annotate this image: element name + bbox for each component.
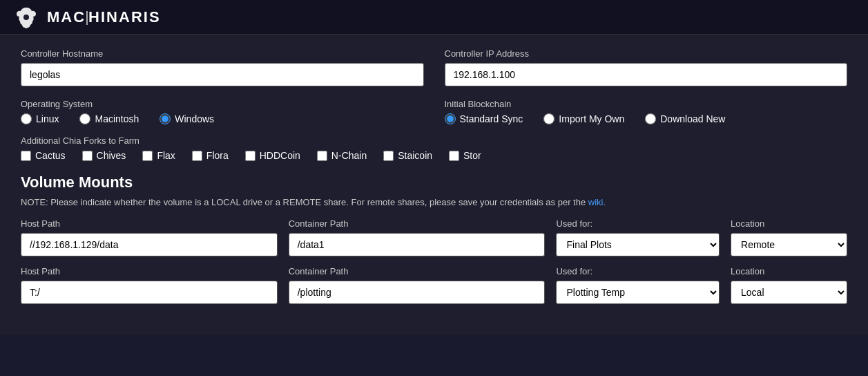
fork-flax-label: Flax xyxy=(157,150,175,161)
hostname-input[interactable] xyxy=(21,63,424,86)
fork-flora-checkbox[interactable] xyxy=(192,151,202,161)
volume-row-1: Host Path Container Path Used for: Final… xyxy=(21,218,847,256)
used-for-select-2[interactable]: Final Plots Plotting Temp Other xyxy=(556,281,720,304)
volume-row2-location-group: Location Remote Local xyxy=(731,266,847,304)
fork-cactus-checkbox[interactable] xyxy=(21,151,31,161)
os-linux-option[interactable]: Linux xyxy=(21,113,59,124)
controller-row: Controller Hostname Controller IP Addres… xyxy=(21,48,847,86)
note-text-before-link: NOTE: Please indicate whether the volume… xyxy=(21,197,588,207)
blockchain-download-radio[interactable] xyxy=(645,113,656,124)
container-path-label-1: Container Path xyxy=(289,218,546,229)
volume-row2-container-group: Container Path xyxy=(289,266,546,304)
blockchain-group: Initial Blockchain Standard Sync Import … xyxy=(445,99,848,124)
used-for-label-2: Used for: xyxy=(556,266,720,276)
fork-chives-option[interactable]: Chives xyxy=(82,150,126,161)
fork-nchain-option[interactable]: N-Chain xyxy=(317,150,367,161)
os-linux-radio[interactable] xyxy=(21,113,32,124)
volume-mounts-heading: Volume Mounts xyxy=(21,173,847,191)
blockchain-download-option[interactable]: Download New xyxy=(645,113,725,124)
blockchain-standard-radio[interactable] xyxy=(445,113,456,124)
fork-cactus-label: Cactus xyxy=(35,150,66,161)
forks-label: Additional Chia Forks to Farm xyxy=(21,135,847,146)
container-path-input-1[interactable] xyxy=(289,233,546,256)
fork-flax-checkbox[interactable] xyxy=(142,151,153,161)
main-content: Controller Hostname Controller IP Addres… xyxy=(0,35,868,335)
os-group: Operating System Linux Macintosh Windows xyxy=(21,99,424,124)
blockchain-import-label: Import My Own xyxy=(559,113,624,124)
fork-chives-label: Chives xyxy=(97,150,126,161)
os-windows-radio[interactable] xyxy=(160,113,171,124)
os-label: Operating System xyxy=(21,99,424,109)
hostname-field-group: Controller Hostname xyxy=(21,48,424,86)
used-for-select-1[interactable]: Final Plots Plotting Temp Other xyxy=(556,233,720,256)
volume-row1-usedfor-group: Used for: Final Plots Plotting Temp Othe… xyxy=(556,218,720,256)
blockchain-download-label: Download New xyxy=(660,113,725,124)
fork-stor-option[interactable]: Stor xyxy=(449,150,481,161)
ip-input[interactable] xyxy=(445,63,848,86)
fork-staicoin-option[interactable]: Staicoin xyxy=(383,150,432,161)
location-label-1: Location xyxy=(731,218,847,229)
fork-staicoin-checkbox[interactable] xyxy=(383,151,394,161)
blockchain-label: Initial Blockchain xyxy=(445,99,848,109)
host-path-label-2: Host Path xyxy=(21,266,278,276)
os-linux-label: Linux xyxy=(36,113,59,124)
ip-label: Controller IP Address xyxy=(445,48,848,59)
volume-row1-location-group: Location Remote Local xyxy=(731,218,847,256)
fork-hddcoin-checkbox[interactable] xyxy=(245,151,255,161)
location-select-2[interactable]: Remote Local xyxy=(731,281,847,304)
volume-mounts-note: NOTE: Please indicate whether the volume… xyxy=(21,197,847,207)
os-macintosh-radio[interactable] xyxy=(79,113,90,124)
forks-checkbox-group: Cactus Chives Flax Flora HDDCoin N-Chain… xyxy=(21,150,847,161)
fork-nchain-checkbox[interactable] xyxy=(317,151,327,161)
os-macintosh-option[interactable]: Macintosh xyxy=(79,113,139,124)
fork-flora-label: Flora xyxy=(206,150,229,161)
os-windows-label: Windows xyxy=(175,113,214,124)
os-macintosh-label: Macintosh xyxy=(95,113,139,124)
container-path-input-2[interactable] xyxy=(289,281,546,304)
fork-flax-option[interactable]: Flax xyxy=(142,150,175,161)
volume-row2-host-group: Host Path xyxy=(21,266,278,304)
volume-row2-usedfor-group: Used for: Final Plots Plotting Temp Othe… xyxy=(556,266,720,304)
os-radio-group: Linux Macintosh Windows xyxy=(21,113,424,124)
host-path-input-2[interactable] xyxy=(21,281,278,304)
blockchain-import-option[interactable]: Import My Own xyxy=(543,113,624,124)
app-header: MACHINARIS xyxy=(0,0,868,35)
used-for-label-1: Used for: xyxy=(556,218,720,229)
host-path-input-1[interactable] xyxy=(21,233,278,256)
location-label-2: Location xyxy=(731,266,847,276)
fork-stor-checkbox[interactable] xyxy=(449,151,459,161)
fork-cactus-option[interactable]: Cactus xyxy=(21,150,66,161)
hostname-label: Controller Hostname xyxy=(21,48,424,59)
volume-row1-host-group: Host Path xyxy=(21,218,278,256)
fork-chives-checkbox[interactable] xyxy=(82,151,93,161)
blockchain-standard-option[interactable]: Standard Sync xyxy=(445,113,523,124)
ip-field-group: Controller IP Address xyxy=(445,48,848,86)
fork-staicoin-label: Staicoin xyxy=(398,150,432,161)
fork-hddcoin-label: HDDCoin xyxy=(260,150,300,161)
fork-stor-label: Stor xyxy=(463,150,481,161)
app-logo-icon xyxy=(14,5,39,30)
fork-hddcoin-option[interactable]: HDDCoin xyxy=(245,150,300,161)
blockchain-import-radio[interactable] xyxy=(543,113,554,124)
forks-section: Additional Chia Forks to Farm Cactus Chi… xyxy=(21,135,847,161)
volume-row1-container-group: Container Path xyxy=(289,218,546,256)
fork-flora-option[interactable]: Flora xyxy=(192,150,229,161)
blockchain-standard-label: Standard Sync xyxy=(460,113,523,124)
container-path-label-2: Container Path xyxy=(289,266,546,276)
os-windows-option[interactable]: Windows xyxy=(160,113,214,124)
svg-point-0 xyxy=(23,15,29,20)
fork-nchain-label: N-Chain xyxy=(331,150,367,161)
wiki-link[interactable]: wiki. xyxy=(588,197,606,207)
blockchain-radio-group: Standard Sync Import My Own Download New xyxy=(445,113,848,124)
host-path-label-1: Host Path xyxy=(21,218,278,229)
location-select-1[interactable]: Remote Local xyxy=(731,233,847,256)
os-blockchain-row: Operating System Linux Macintosh Windows… xyxy=(21,99,847,124)
volume-mounts-section: Volume Mounts NOTE: Please indicate whet… xyxy=(21,173,847,304)
app-title: MACHINARIS xyxy=(47,8,161,26)
volume-row-2: Host Path Container Path Used for: Final… xyxy=(21,266,847,304)
